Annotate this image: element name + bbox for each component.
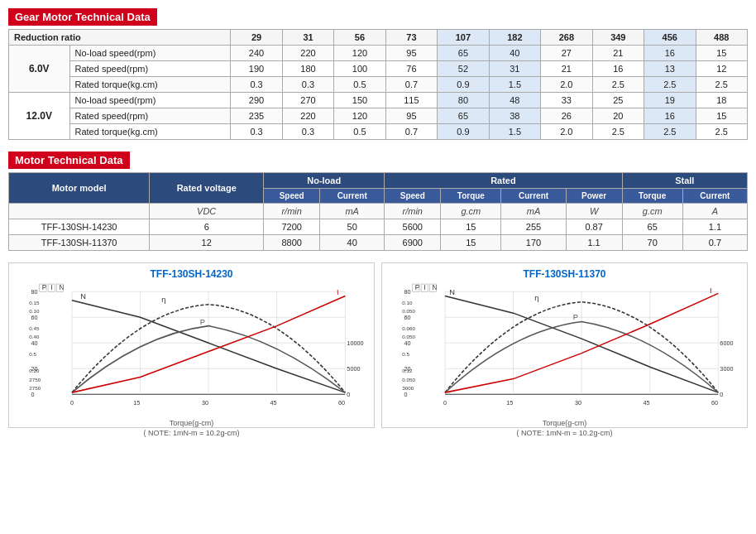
svg-text:60: 60 [711,399,718,407]
svg-text:2750: 2750 [29,385,41,391]
voltage-12v: 12.0V [9,93,70,140]
12v-rated-speed-row: Rated speed(rpm) 235 220 120 95 65 38 26… [9,108,748,124]
svg-text:40: 40 [404,339,410,347]
ratio-56: 56 [334,30,385,46]
svg-text:η: η [161,296,165,304]
svg-text:P: P [573,313,578,321]
unit-stall-torque: g.cm [622,204,682,219]
12v-rated-torque-label: Rated torque(kg.cm) [69,124,231,140]
ratio-31: 31 [282,30,333,46]
ratio-349: 349 [592,30,644,46]
ratio-73: 73 [385,30,437,46]
chart-1: TFF-130SH-14230 N η P I [8,262,375,428]
rated-torque-header: Torque [441,189,501,204]
ratio-488: 488 [696,30,747,46]
motor-stall-header: Stall [622,173,747,189]
ratio-182: 182 [489,30,540,46]
model-1: TFF-130SH-14230 [9,219,150,235]
svg-text:N: N [449,288,455,296]
noload-speed-header: Speed [264,189,320,204]
chart-1-x-label: Torque(g-cm) [14,419,369,427]
svg-text:I: I [337,288,339,296]
svg-text:15: 15 [506,399,513,407]
motor-row-2: TFF-130SH-11370 12 8800 40 6900 15 170 1… [9,235,748,251]
ratio-107: 107 [438,30,489,46]
motor-title: Motor Technical Data [8,152,130,169]
svg-text:0.10: 0.10 [29,308,40,314]
svg-text:3000: 3000 [720,365,733,373]
noload-current-2: 40 [320,235,385,251]
svg-text:0.20: 0.20 [29,368,40,373]
6v-rated-torque-row: Rated torque(kg.cm) 0.3 0.3 0.5 0.7 0.9 … [9,77,748,93]
chart-1-note: ( NOTE: 1mN-m = 10.2g-cm) [14,429,369,437]
svg-text:45: 45 [270,399,276,407]
6v-rated-speed-label: Rated speed(rpm) [69,61,231,77]
chart-2-svg: N η P I 0 20 40 60 80 0 3000 6000 0 15 3… [387,283,742,416]
voltage-6v: 6.0V [9,46,70,93]
rated-power-2: 1.1 [566,235,622,251]
svg-text:P: P [200,318,205,326]
svg-text:30: 30 [202,399,208,407]
chart-2-note: ( NOTE: 1mN-m = 10.2g-cm) [387,429,742,437]
noload-speed-1: 7200 [264,219,320,235]
stall-current-1: 1.1 [682,219,747,235]
stall-current-2: 0.7 [682,235,747,251]
rated-current-header: Current [501,189,566,204]
unit-speed2: r/min [385,204,441,219]
svg-text:60: 60 [31,314,37,321]
svg-text:6000: 6000 [720,339,733,347]
svg-text:0.40: 0.40 [29,334,40,339]
svg-text:2750: 2750 [29,377,41,382]
noload-speed-2: 8800 [264,235,320,251]
rated-torque-1: 15 [441,219,501,235]
gear-motor-table: Reduction ratio 29 31 56 73 107 182 268 … [8,29,748,140]
stall-torque-2: 70 [622,235,682,251]
unit-speed1: r/min [264,204,320,219]
reduction-ratio-label: Reduction ratio [9,30,231,46]
stall-current-header: Current [682,189,747,204]
svg-text:45: 45 [643,399,649,407]
stall-torque-header: Torque [622,189,682,204]
svg-text:60: 60 [338,399,345,407]
chart-1-title: TFF-130SH-14230 [14,268,369,280]
svg-text:80: 80 [404,288,410,296]
voltage-1: 6 [150,219,264,235]
chart-2-title: TFF-130SH-11370 [387,268,742,280]
unit-current1: mA [320,204,385,219]
6v-noload-label: No-load speed(rpm) [69,46,231,61]
gear-motor-section: Gear Motor Technical Data Reduction rati… [8,8,748,140]
motor-voltage-header: Rated voltage [150,173,264,204]
svg-text:10000: 10000 [347,339,363,347]
rated-power-header: Power [566,189,622,204]
rated-power-1: 0.87 [566,219,622,235]
svg-text:η: η [534,294,538,302]
ratio-29: 29 [231,30,282,46]
rated-speed-1: 5600 [385,219,441,235]
12v-noload-label: No-load speed(rpm) [69,93,231,108]
svg-text:15: 15 [133,399,140,407]
svg-text:0: 0 [720,391,723,398]
svg-text:0.5: 0.5 [402,351,409,357]
chart-2-x-label: Torque(g-cm) [387,419,742,427]
svg-text:3000: 3000 [402,385,414,391]
svg-text:0: 0 [443,399,447,407]
12v-rated-torque-row: Rated torque(kg.cm) 0.3 0.3 0.5 0.7 0.9 … [9,124,748,140]
svg-text:0.12: 0.12 [402,368,413,373]
unit-current2: mA [501,204,566,219]
charts-section: TFF-130SH-14230 N η P I [8,262,748,428]
unit-stall-current: A [682,204,747,219]
unit-vdc: VDC [150,204,264,219]
noload-current-header: Current [320,189,385,204]
chart-2: TFF-130SH-11370 N η P I [381,262,748,428]
svg-text:80: 80 [31,288,37,296]
motor-unit-row: VDC r/min mA r/min g.cm mA W g.cm A [9,204,748,219]
svg-text:0.5: 0.5 [29,351,36,357]
reduction-ratio-row: Reduction ratio 29 31 56 73 107 182 268 … [9,30,748,46]
ratio-268: 268 [541,30,592,46]
svg-text:0.10: 0.10 [402,300,413,305]
motor-header-row: Motor model Rated voltage No-load Rated … [9,173,748,189]
motor-row-1: TFF-130SH-14230 6 7200 50 5600 15 255 0.… [9,219,748,235]
voltage-2: 12 [150,235,264,251]
svg-text:I: I [710,286,712,295]
svg-text:0.050: 0.050 [402,308,415,314]
